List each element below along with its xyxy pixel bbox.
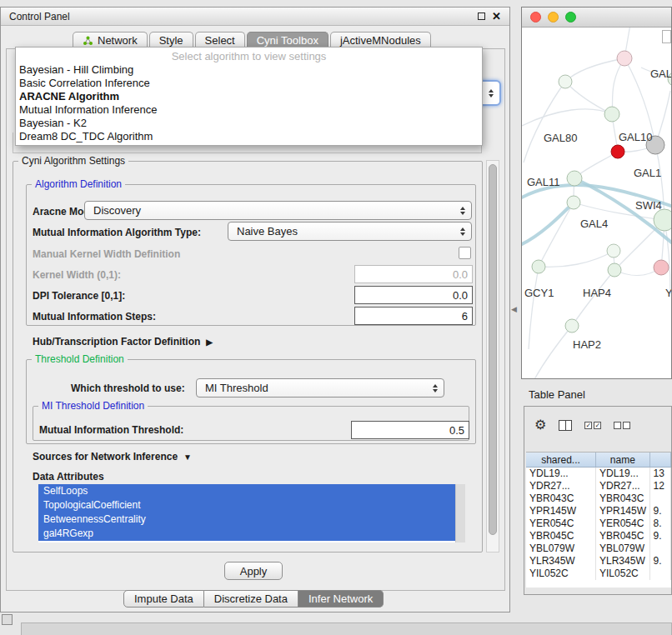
- bottom-tab-impute-data[interactable]: Impute Data: [123, 590, 204, 608]
- attribute-item-selfloops[interactable]: SelfLoops: [38, 484, 455, 498]
- dpi-tolerance-field[interactable]: 0.0: [354, 286, 473, 304]
- network-node[interactable]: [654, 209, 671, 231]
- apply-button-label: Apply: [240, 565, 268, 578]
- menu-item-bayesian-hill-climbing[interactable]: Bayesian - Hill Climbing: [16, 63, 482, 77]
- mi-type-select[interactable]: Naive Bayes: [228, 222, 472, 241]
- collapse-icon: ▼: [183, 452, 192, 462]
- menu-item-bayesian-k2[interactable]: Bayesian - K2: [16, 117, 482, 130]
- table-cell: YBL079W: [526, 542, 596, 555]
- bottom-tab-bar: Impute DataDiscretize DataInfer Network: [123, 590, 384, 608]
- network-node[interactable]: [611, 145, 624, 158]
- threshold-definition-title: Threshold Definition: [32, 353, 128, 365]
- network-node[interactable]: [654, 260, 669, 275]
- kernel-width-label: Kernel Width (0,1):: [33, 269, 121, 281]
- columns-icon[interactable]: [559, 420, 572, 431]
- attribute-item-topologicalcoefficient[interactable]: TopologicalCoefficient: [38, 498, 455, 512]
- attribute-item-gal4rgexp[interactable]: gal4RGexp: [38, 527, 455, 541]
- network-node[interactable]: [559, 75, 572, 88]
- network-canvas-svg: GAL8GAL80GAL10GAL1GAL11SWI4GAL4GCY1HAP4Y…: [522, 28, 671, 378]
- network-node[interactable]: [567, 171, 582, 186]
- mi-steps-field[interactable]: 6: [354, 307, 473, 325]
- column-header-extra[interactable]: [650, 452, 671, 467]
- undock-icon[interactable]: [478, 12, 485, 20]
- bottom-collapsed-panel-bar[interactable]: [21, 622, 672, 635]
- aracne-mode-select[interactable]: Discovery: [84, 201, 472, 220]
- column-header-shared[interactable]: shared...: [526, 452, 596, 467]
- settings-scrollbar[interactable]: [486, 160, 499, 552]
- table-cell: 9.: [650, 555, 671, 568]
- table-row[interactable]: YBL079WYBL079W: [526, 542, 671, 555]
- table-cell: YPR145W: [596, 505, 650, 518]
- network-node[interactable]: [567, 196, 580, 209]
- menu-placeholder: Select algorithm to view settings: [16, 49, 482, 63]
- mi-threshold-value: 0.5: [449, 424, 464, 437]
- network-scrollbar[interactable]: [662, 30, 671, 43]
- table-row[interactable]: YLR345WYLR345W9.: [526, 555, 671, 568]
- manual-kernel-checkbox[interactable]: [459, 247, 471, 259]
- table-row[interactable]: YBR043CYBR043C: [526, 492, 671, 505]
- network-node[interactable]: [608, 263, 621, 277]
- table-row[interactable]: YBR045CYBR045C9.: [526, 530, 671, 542]
- mi-threshold-group-title: MI Threshold Definition: [38, 400, 148, 412]
- mi-threshold-field[interactable]: 0.5: [351, 421, 469, 439]
- table-panel-window: ⚙ ✓ ✓ shared...name YDL19...YDL19...13YD…: [524, 406, 672, 595]
- menu-item-basic-correlation-inference[interactable]: Basic Correlation Inference: [16, 77, 482, 90]
- attributes-scrollbar[interactable]: [455, 484, 465, 542]
- close-button[interactable]: [530, 12, 541, 22]
- table-cell: YBL079W: [596, 542, 650, 555]
- select-all-checkboxes-icon[interactable]: ✓ ✓: [584, 422, 601, 429]
- data-attributes-label: Data Attributes: [33, 471, 104, 482]
- sources-section-toggle[interactable]: Sources for Network Inference▼: [33, 451, 192, 462]
- zoom-button[interactable]: [565, 12, 576, 22]
- data-attributes-list[interactable]: SelfLoopsTopologicalCoefficientBetweenne…: [38, 484, 455, 542]
- menu-item-dream8-dc-tdc-algorithm[interactable]: Dream8 DC_TDC Algorithm: [16, 130, 482, 143]
- gear-icon[interactable]: ⚙: [534, 418, 546, 432]
- column-header-name[interactable]: name: [596, 452, 650, 467]
- node-label-gal1: GAL1: [634, 167, 661, 179]
- cyni-settings-group-title: Cyni Algorithm Settings: [18, 155, 128, 167]
- network-edge: [539, 202, 574, 267]
- control-panel-window: Control Panel ✕ NetworkStyleSelectCyni T…: [0, 7, 510, 612]
- bottom-tab-infer-network[interactable]: Infer Network: [298, 590, 384, 608]
- checked-box-icon: ✓: [584, 422, 592, 429]
- table-row[interactable]: YER054CYER054C8.: [526, 518, 671, 530]
- close-icon[interactable]: ✕: [492, 11, 501, 22]
- mi-steps-value: 6: [462, 310, 468, 322]
- table-row[interactable]: YPR145WYPR145W9.: [526, 505, 671, 518]
- node-label-swi4: SWI4: [635, 199, 662, 212]
- dpi-tolerance-value: 0.0: [453, 289, 468, 302]
- deselect-all-checkboxes-icon[interactable]: [614, 422, 630, 429]
- network-node[interactable]: [607, 244, 620, 258]
- network-window-titlebar: [522, 8, 671, 28]
- which-threshold-label: Which threshold to use:: [71, 382, 185, 394]
- table-row[interactable]: YIL052CYIL052C: [526, 568, 671, 580]
- minimize-button[interactable]: [548, 12, 559, 22]
- network-edge-highlighted: [522, 202, 574, 246]
- aracne-mode-value: Discovery: [93, 204, 141, 217]
- tab-label: Network: [98, 34, 138, 47]
- panel-toggle-button[interactable]: [2, 614, 13, 625]
- network-node[interactable]: [604, 107, 619, 122]
- table-row[interactable]: YDL19...YDL19...13: [526, 468, 671, 480]
- hub-section-toggle[interactable]: Hub/Transcription Factor Definition▶: [33, 336, 213, 348]
- network-node[interactable]: [532, 260, 545, 273]
- menu-item-mutual-information-inference[interactable]: Mutual Information Inference: [16, 103, 482, 117]
- table-cell: YLR345W: [526, 555, 596, 568]
- kernel-width-field[interactable]: 0.0: [354, 265, 473, 283]
- bottom-tab-discretize-data[interactable]: Discretize Data: [204, 590, 298, 608]
- network-node[interactable]: [617, 51, 632, 66]
- settings-scrollbar-thumb[interactable]: [489, 164, 497, 535]
- network-tab-icon: [83, 36, 93, 46]
- table-cell: YDL19...: [526, 468, 596, 480]
- node-label-hap2: HAP2: [573, 338, 601, 351]
- table-row[interactable]: YDR27...YDR27...12: [526, 480, 671, 492]
- menu-item-aracne-algorithm[interactable]: ARACNE Algorithm: [16, 90, 482, 103]
- network-edge: [534, 326, 572, 378]
- attribute-item-betweennesscentrality[interactable]: BetweennessCentrality: [38, 512, 455, 527]
- node-label-gal10: GAL10: [619, 131, 652, 143]
- which-threshold-select[interactable]: MI Threshold: [196, 378, 444, 398]
- network-node[interactable]: [565, 319, 579, 332]
- apply-button[interactable]: Apply: [224, 562, 283, 580]
- table-cell: [650, 542, 671, 555]
- splitter-collapse-handle[interactable]: ◀: [511, 305, 517, 313]
